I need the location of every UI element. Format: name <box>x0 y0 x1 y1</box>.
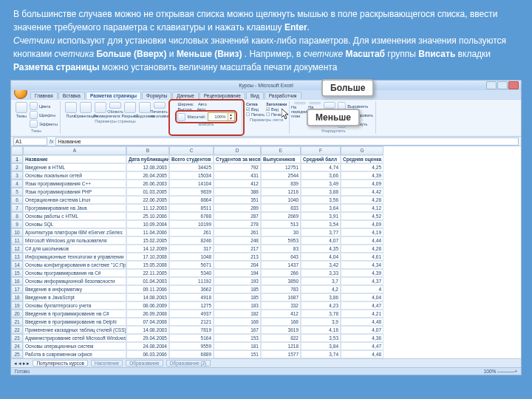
tab-data[interactable]: Данные <box>172 92 198 99</box>
name-box[interactable]: A1 <box>13 137 47 146</box>
minimize-button[interactable] <box>486 81 497 89</box>
callout-down: Меньше <box>307 109 360 126</box>
print-area-button[interactable]: Область печати <box>109 102 122 118</box>
sheet-tab-active[interactable]: Популярность курсов <box>33 360 88 366</box>
table-row[interactable]: 16Основы информационной безопасности01.0… <box>11 277 521 285</box>
size-button[interactable]: Размер <box>94 102 107 118</box>
table-row[interactable]: 8Основы работы с HTML25.10.2006678828726… <box>11 212 521 220</box>
head-print-check[interactable]: ☐ Печать <box>266 112 287 117</box>
table-row[interactable]: 13Информационные технологии в управлении… <box>11 253 521 261</box>
table-row[interactable]: 18Введение в JavaScript14.08.20034918185… <box>11 293 521 301</box>
worksheet[interactable]: ABCDEFG 1 Название Дата публикации Всего… <box>11 146 521 358</box>
tab-home[interactable]: Главная <box>30 92 58 99</box>
orientation-button[interactable]: Ориентация <box>79 102 92 118</box>
table-row[interactable]: 23Администрирование сетей Microsoft Wind… <box>11 334 521 342</box>
excel-window: Курсы - Microsoft Excel Главная Вставка … <box>10 80 522 375</box>
scale-spinner-row: Масштаб: 100% ▲ ▼ <box>177 112 234 121</box>
fonts-button[interactable]: Шрифты <box>30 111 58 119</box>
fx-icon[interactable]: fx <box>50 139 53 144</box>
column-headers[interactable]: ABCDEFG <box>11 146 521 155</box>
table-row[interactable]: 19Основы бухгалтерского учета08.06.20091… <box>11 301 521 310</box>
sheet-tabs[interactable]: ◂ ◂ ▸ ▸ Популярность курсов Население Об… <box>11 358 521 367</box>
table-row[interactable]: 12C# для школьников14.12.2009317217834,3… <box>11 245 521 253</box>
group-sheet-options: Сетка ☑ Вид ☐ Печать Заголовки ☑ Вид ☐ П… <box>244 101 290 134</box>
table-row[interactable]: 15Основы программирования на C#22.11.200… <box>11 269 521 277</box>
table-row[interactable]: 2Введение в HTML12.08.200334425792127514… <box>11 163 521 171</box>
tab-formulas[interactable]: Формулы <box>142 92 171 99</box>
table-row[interactable]: 10Архитектура платформ IBM eServer zSeri… <box>11 228 521 236</box>
header-row[interactable]: 1 Название Дата публикации Всего студент… <box>11 155 521 163</box>
titlebar: Курсы - Microsoft Excel <box>11 81 521 90</box>
tab-page-layout[interactable]: Разметка страницы <box>86 92 141 99</box>
table-row[interactable]: 25Работа в современном офисе06.03.200668… <box>11 350 521 358</box>
scale-icon <box>177 113 185 121</box>
formula-bar: A1 fx Название <box>11 137 521 146</box>
zoom-slider[interactable]: 100% –———+ <box>484 369 517 374</box>
table-row[interactable]: 5Язык программирования PHP01.03.20059839… <box>11 188 521 196</box>
scale-spinner[interactable]: 100% ▲ ▼ <box>208 112 235 121</box>
sheet-tab[interactable]: Образование (2) <box>166 360 211 366</box>
tab-developer[interactable]: Разработчик <box>265 92 301 99</box>
print-titles-button[interactable]: Печатать заголовки <box>153 102 166 118</box>
group-page-setup: Поля Ориентация Размер Область печати Ра… <box>62 101 169 134</box>
description-block: В большинстве случаев можно не открывая … <box>0 0 532 80</box>
table-row[interactable]: 21Введение в программирование на Delphi0… <box>11 318 521 326</box>
ribbon: Темы Цвета Шрифты Эффекты Темы Поля Орие… <box>11 99 521 137</box>
table-row[interactable]: 9Основы SQL10.09.2004101992785133,544,09 <box>11 220 521 228</box>
ribbon-tabs: Главная Вставка Разметка страницы Формул… <box>11 90 521 99</box>
table-row[interactable]: 24Основы операционных систем24.08.200495… <box>11 342 521 350</box>
group-themes: Темы Цвета Шрифты Эффекты Темы <box>13 101 61 134</box>
head-view-check[interactable]: ☑ Вид <box>266 107 287 112</box>
bring-front-button[interactable]: На передний план <box>293 102 307 118</box>
grid-view-check[interactable]: ☑ Вид <box>246 107 265 112</box>
table-row[interactable]: 14Основы конфигурирования в системе "1С:… <box>11 261 521 269</box>
sheet-tab[interactable]: Образование <box>126 360 163 366</box>
table-row[interactable]: 11Microsoft Windows для пользователя15.0… <box>11 236 521 245</box>
table-row[interactable]: 20Введение в программирование на C#26.09… <box>11 310 521 318</box>
formula-input[interactable]: Название <box>55 137 519 146</box>
close-button[interactable] <box>508 81 519 89</box>
maximize-button[interactable] <box>497 81 508 89</box>
sheet-tab[interactable]: Население <box>91 360 123 366</box>
tab-insert[interactable]: Вставка <box>58 92 85 99</box>
tab-view[interactable]: Вид <box>246 92 264 99</box>
status-bar: Готово 100% –———+ <box>11 367 521 375</box>
table-row[interactable]: 3Основы локальных сетей26.04.20051503443… <box>11 171 521 180</box>
table-row[interactable]: 7Программирование на Java11.12.200385112… <box>11 204 521 212</box>
spinner-down-button[interactable]: ▼ <box>228 117 234 120</box>
table-row[interactable]: 17Введение в информатику09.11.2006366218… <box>11 285 521 293</box>
table-row[interactable]: 4Язык программирования C++26.06.20031410… <box>11 180 521 188</box>
grid-print-check[interactable]: ☐ Печать <box>246 112 265 117</box>
window-title: Курсы - Microsoft Excel <box>239 83 293 88</box>
effects-button[interactable]: Эффекты <box>30 120 58 128</box>
group-scale-to-fit: Ширина: Авто Высота: Авто Масштаб: 100% … <box>171 101 242 134</box>
callout-up: Больше <box>321 79 374 97</box>
background-button[interactable]: Подложка <box>138 102 151 118</box>
colors-button[interactable]: Цвета <box>30 102 58 110</box>
themes-button[interactable]: Темы <box>15 102 28 118</box>
table-row[interactable]: 6Операционная система Linux22.06.2005886… <box>11 196 521 204</box>
table-row[interactable]: 22Применение каскадных таблиц стилей (CS… <box>11 326 521 334</box>
tab-review[interactable]: Рецензирование <box>200 92 245 99</box>
